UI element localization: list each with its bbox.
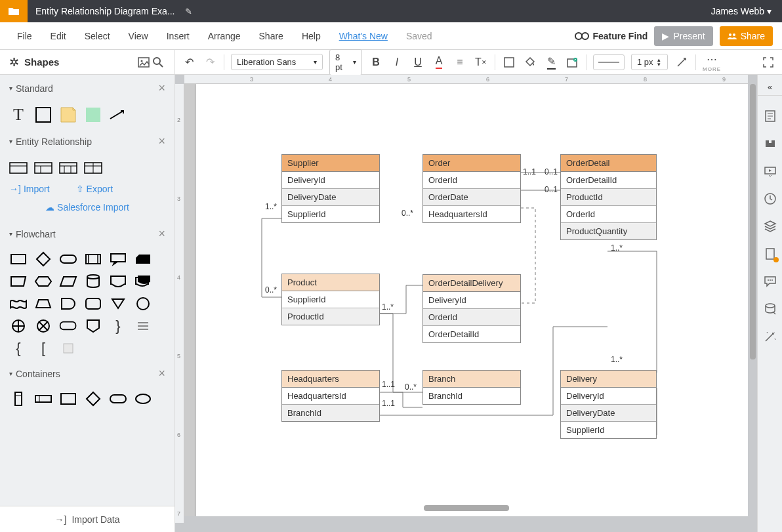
cont-4[interactable] [84,391,102,407]
menu-whatsnew[interactable]: What's New [331,27,396,45]
flow-doc[interactable] [109,274,127,289]
salesforce-link[interactable]: ☁ Salesforce Import [0,202,175,220]
text-color-icon[interactable]: A [432,55,446,70]
h-scrollbar[interactable] [424,505,509,511]
panel-standard[interactable]: ▾Standard× [0,75,175,102]
font-select[interactable]: Liberation Sans▾ [231,54,323,70]
menu-select[interactable]: Select [77,27,118,45]
flow-brace-l[interactable]: { [9,340,28,356]
rect-shape[interactable] [34,107,52,123]
entity-supplier[interactable]: Supplier DeliveryId DeliveryDate Supplie… [281,154,380,223]
menu-insert[interactable]: Insert [159,27,197,45]
flow-tri[interactable] [109,296,127,312]
arrow-shape[interactable] [109,107,127,123]
close-icon[interactable]: × [158,367,165,380]
comment-icon[interactable] [763,136,777,151]
flow-bracket[interactable]: [ [34,340,52,356]
entity-product[interactable]: Product SupplierId ProductId [281,274,380,325]
more-icon[interactable]: ⋯ [705,52,719,66]
er-shape-4[interactable] [84,160,102,176]
collapse-icon[interactable]: « [758,79,782,96]
bold-icon[interactable]: B [369,55,383,70]
flow-stadium[interactable] [59,318,77,334]
stroke-width-select[interactable]: 1 px▴▾ [631,54,668,70]
flow-sum[interactable] [9,318,28,334]
slides-icon[interactable] [763,164,777,178]
history-icon[interactable] [763,192,777,206]
entity-delivery[interactable]: Delivery DeliveryId DeliveryDate Supplie… [560,370,657,439]
menu-share[interactable]: Share [251,27,291,45]
flow-filled[interactable] [59,340,77,356]
layers-icon[interactable] [763,219,777,234]
cont-6[interactable] [134,391,152,407]
search-icon[interactable] [151,55,165,70]
flow-parallel[interactable] [59,274,77,289]
cont-3[interactable] [59,391,77,407]
flow-card[interactable] [134,251,152,267]
block-shape[interactable] [84,107,102,123]
align-icon[interactable]: ≡ [453,55,467,70]
undo-icon[interactable]: ↶ [182,55,196,70]
flow-or[interactable] [34,318,52,334]
italic-icon[interactable]: I [390,55,404,70]
feature-find[interactable]: Feature Find [575,31,648,41]
pencil-icon[interactable]: ✎ [185,7,192,16]
entity-headquarters[interactable]: Headquarters HeadquartersId BranchId [281,370,380,422]
redo-icon[interactable]: ↷ [203,55,217,70]
menu-file[interactable]: File [9,27,40,45]
connector-icon[interactable] [674,55,689,70]
shape-box-icon[interactable] [502,55,516,70]
note-shape[interactable] [59,107,77,123]
flow-circle[interactable] [134,296,152,312]
panel-flowchart[interactable]: ▾Flowchart× [0,220,175,247]
fill-icon[interactable] [523,55,537,70]
flow-trap[interactable] [34,296,52,312]
cont-2[interactable] [34,391,52,407]
doc-title[interactable]: Entity Relationship Diagram Exa... [28,6,182,16]
user-menu[interactable]: James Webb ▾ [701,6,782,16]
notes-icon[interactable] [763,109,777,123]
cont-1[interactable] [9,391,28,407]
entity-orderdetaildelivery[interactable]: OrderDetailDelivery DeliveryId OrderId O… [422,274,521,343]
flow-manual[interactable] [9,274,28,289]
close-icon[interactable]: × [158,81,165,95]
line-style-select[interactable] [593,54,625,70]
flow-diamond[interactable] [34,251,52,267]
import-data-button[interactable]: →] Import Data [0,506,175,532]
flow-tape[interactable] [9,296,28,312]
flow-shield[interactable] [84,318,102,334]
actions-icon[interactable] [763,247,777,261]
flow-list[interactable] [134,318,152,334]
underline-icon[interactable]: U [411,55,425,70]
entity-branch[interactable]: Branch BranchId [422,370,521,405]
flow-rect[interactable] [9,251,28,267]
er-shape-1[interactable] [9,160,28,176]
text-shape[interactable]: T [9,107,28,123]
chat-icon[interactable] [763,274,777,289]
stroke-color-icon[interactable]: ✎ [544,55,558,70]
page[interactable]: Supplier DeliveryId DeliveryDate Supplie… [196,84,748,516]
menu-view[interactable]: View [121,27,156,45]
panel-er[interactable]: ▾Entity Relationship× [0,128,175,155]
close-icon[interactable]: × [158,227,165,241]
menu-arrange[interactable]: Arrange [200,27,249,45]
er-shape-3[interactable] [59,160,77,176]
magic-icon[interactable] [763,329,777,344]
er-shape-2[interactable] [34,160,52,176]
canvas-area[interactable]: 3456789 234567 Supp [175,75,757,532]
flow-terminal[interactable] [59,251,77,267]
entity-order[interactable]: Order OrderId OrderDate HeadquartersId [422,154,521,223]
size-select[interactable]: 8 pt▾ [329,49,362,75]
data-icon[interactable] [763,302,777,316]
present-button[interactable]: ▶ Present [654,26,712,46]
export-link[interactable]: ⇧ Export [76,184,113,194]
flow-round[interactable] [84,296,102,312]
folder-icon[interactable] [0,0,28,22]
flow-predef[interactable] [84,251,102,267]
gear-icon[interactable]: ✲ [9,55,19,70]
menu-edit[interactable]: Edit [43,27,74,45]
share-button[interactable]: Share [720,26,773,46]
close-icon[interactable]: × [158,134,165,148]
flow-d[interactable] [59,296,77,312]
menu-help[interactable]: Help [294,27,329,45]
